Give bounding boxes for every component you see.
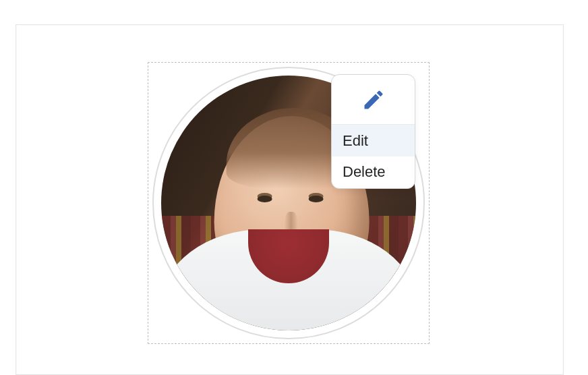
avatar-action-popover: Edit Delete [331, 74, 415, 189]
avatar-action-menu: Edit Delete [332, 125, 415, 188]
avatar-shirt [161, 229, 416, 330]
menu-item-delete[interactable]: Delete [332, 156, 415, 188]
edit-avatar-button[interactable] [332, 75, 415, 125]
pencil-icon [361, 88, 386, 112]
menu-item-edit[interactable]: Edit [332, 125, 415, 156]
